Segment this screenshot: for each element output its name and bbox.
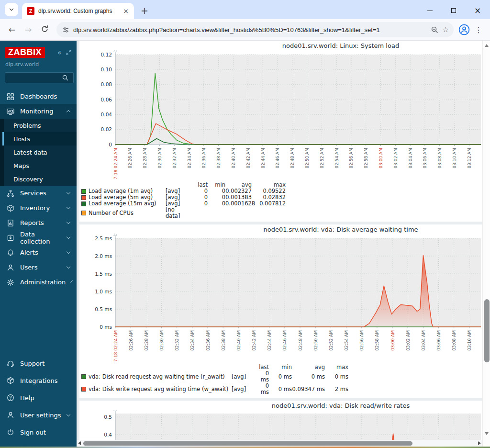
svg-text:02:58 AM: 02:58 AM <box>364 148 368 168</box>
legend-row: Number of CPUs[no data] <box>81 207 482 219</box>
svg-text:0.02: 0.02 <box>101 126 112 132</box>
reload-button[interactable] <box>37 25 52 35</box>
horizontal-scrollbar[interactable] <box>77 440 482 447</box>
vertical-scroll-thumb[interactable] <box>484 299 490 362</box>
sidebar-item-label: Administration <box>20 279 66 286</box>
sidebar-subitem-problems[interactable]: Problems <box>0 119 77 132</box>
svg-text:03:12 AM: 03:12 AM <box>467 148 472 168</box>
help-icon <box>7 394 14 402</box>
bookmark-star-icon[interactable]: ☆ <box>443 25 449 34</box>
svg-text:02:50 AM: 02:50 AM <box>305 148 310 168</box>
sidebar-subitem-label: Discovery <box>13 176 43 183</box>
sidebar-subitem-maps[interactable]: Maps <box>0 159 77 172</box>
sidebar-item-administration[interactable]: Administration <box>0 275 77 290</box>
sidebar-item-support[interactable]: Support <box>0 355 77 372</box>
sidebar-item-label: Help <box>20 394 77 402</box>
vertical-scrollbar[interactable] <box>482 41 490 447</box>
inventory-icon <box>7 204 14 212</box>
svg-text:0 ms: 0 ms <box>100 324 112 330</box>
sidebar-item-label: Users <box>20 264 61 271</box>
sidebar-item-label: Support <box>20 360 77 367</box>
legend-series-name: Load average (5m avg) <box>89 194 153 201</box>
sidebar-menu: DashboardsMonitoringProblemsHostsLatest … <box>0 89 77 290</box>
tab-close-icon[interactable]: × <box>122 7 130 15</box>
sidebar-item-user-settings[interactable]: User settings <box>0 406 77 424</box>
sidebar-item-integrations[interactable]: Integrations <box>0 372 77 389</box>
chevron-down-icon <box>67 265 70 269</box>
url-text[interactable]: dlp.srv.world/zabbix/zabbix.php?action=c… <box>73 26 427 34</box>
alerts-icon <box>7 249 14 257</box>
sidebar-item-monitoring[interactable]: Monitoring <box>0 104 77 119</box>
legend-min: 0 ms <box>269 374 292 380</box>
new-tab-button[interactable]: + <box>141 6 148 15</box>
svg-text:02:48 AM: 02:48 AM <box>290 148 295 168</box>
sidebar-subitem-hosts[interactable]: Hosts <box>0 132 77 146</box>
maximize-button[interactable] <box>450 7 457 14</box>
svg-text:02:42 AM: 02:42 AM <box>246 148 251 168</box>
page-content: node01.srv.world: Linux: System load 0.1… <box>77 41 490 447</box>
horizontal-scroll-thumb[interactable] <box>83 441 412 446</box>
support-icon <box>7 359 14 367</box>
close-button[interactable]: × <box>474 7 481 14</box>
svg-text:1.5 ms: 1.5 ms <box>95 271 112 277</box>
sidebar-subitem-latest-data[interactable]: Latest data <box>0 146 77 159</box>
sidebar-item-inventory[interactable]: Inventory <box>0 201 77 215</box>
svg-text:02:38 AM: 02:38 AM <box>216 148 221 168</box>
site-settings-icon[interactable] <box>62 26 69 34</box>
svg-text:03:02 AM: 03:02 AM <box>393 148 398 168</box>
browser-menu-icon[interactable]: ⋮ <box>472 25 485 34</box>
svg-text:02:36 AM: 02:36 AM <box>206 330 211 351</box>
chart-title: node01.srv.world: vda: Disk read/write r… <box>79 402 482 410</box>
svg-text:02:32 AM: 02:32 AM <box>175 330 179 351</box>
search-icon[interactable] <box>62 74 69 81</box>
profile-button[interactable] <box>458 24 470 35</box>
address-bar[interactable]: dlp.srv.world/zabbix/zabbix.php?action=c… <box>56 22 454 37</box>
scroll-up-icon[interactable] <box>485 44 489 47</box>
monitoring-icon <box>7 108 14 115</box>
sidebar-item-label: Data collection <box>20 231 61 245</box>
zoom-out-icon[interactable] <box>431 26 439 34</box>
legend-series-name: vda: Disk read request avg waiting time … <box>89 374 225 380</box>
browser-tab[interactable]: Z dlp.srv.world: Custom graphs × <box>22 3 134 19</box>
svg-text:02:32 AM: 02:32 AM <box>172 148 177 168</box>
svg-text:02:34 AM: 02:34 AM <box>187 148 192 168</box>
svg-text:03:04 AM: 03:04 AM <box>408 148 413 168</box>
sidebar-item-alerts[interactable]: Alerts <box>0 245 77 260</box>
expand-sidebar-icon[interactable] <box>66 49 72 56</box>
legend-last: 0 <box>190 201 208 207</box>
sidebar-subitem-label: Hosts <box>13 135 30 143</box>
sidebar-item-sign-out[interactable]: Sign out <box>0 424 77 441</box>
sidebar-subitem-label: Problems <box>13 122 41 129</box>
sidebar-item-reports[interactable]: Reports <box>0 215 77 230</box>
collapse-sidebar-icon[interactable]: « <box>57 48 62 57</box>
legend-min: 0 <box>208 201 225 207</box>
forward-button[interactable]: → <box>21 25 35 34</box>
scroll-left-icon[interactable] <box>78 441 81 445</box>
sidebar-item-users[interactable]: Users <box>0 260 77 275</box>
svg-text:02:54 AM: 02:54 AM <box>334 148 339 168</box>
legend-row: Load average (15m avg)[avg]000.00016280.… <box>81 201 482 207</box>
chevron-down-icon <box>67 190 70 194</box>
back-button[interactable]: ← <box>5 25 19 34</box>
svg-text:0.5: 0.5 <box>104 414 112 420</box>
tab-search-button[interactable] <box>5 3 18 16</box>
sidebar-item-services[interactable]: Services <box>0 186 77 201</box>
zabbix-logo[interactable]: ZABBIX <box>5 47 45 58</box>
scroll-right-icon[interactable] <box>478 441 481 445</box>
svg-text:2.5 ms: 2.5 ms <box>95 235 112 241</box>
legend-header: max <box>325 364 348 370</box>
chevron-down-icon <box>67 235 70 239</box>
minimize-button[interactable] <box>426 7 434 14</box>
svg-text:02:46 AM: 02:46 AM <box>275 148 280 168</box>
users-icon <box>7 264 14 271</box>
sidebar-item-data-collection[interactable]: Data collection <box>0 230 77 245</box>
sidebar-subitem-discovery[interactable]: Discovery <box>0 172 77 186</box>
sidebar-item-label: Reports <box>20 219 61 226</box>
legend-max: 0.007812 <box>252 201 286 207</box>
sidebar-item-help[interactable]: Help <box>0 389 77 406</box>
sidebar-item-dashboards[interactable]: Dashboards <box>0 89 77 104</box>
scroll-down-icon[interactable] <box>485 432 489 435</box>
svg-text:03:08 AM: 03:08 AM <box>437 148 442 168</box>
svg-text:02:42 AM: 02:42 AM <box>252 330 256 351</box>
window-controls: × <box>426 7 486 19</box>
